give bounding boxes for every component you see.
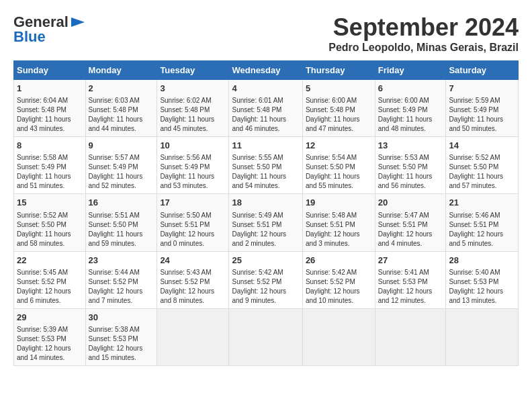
table-row: 21Sunrise: 5:46 AM Sunset: 5:51 PM Dayli…	[446, 194, 519, 251]
day-info: Sunrise: 6:00 AM Sunset: 5:49 PM Dayligh…	[378, 96, 443, 134]
day-info: Sunrise: 5:39 AM Sunset: 5:53 PM Dayligh…	[17, 325, 83, 363]
month-title: September 2024	[328, 13, 519, 42]
day-number: 25	[232, 255, 299, 267]
day-info: Sunrise: 5:47 AM Sunset: 5:51 PM Dayligh…	[378, 211, 443, 248]
calendar-header-row: Sunday Monday Tuesday Wednesday Thursday…	[14, 61, 519, 80]
day-info: Sunrise: 5:59 AM Sunset: 5:49 PM Dayligh…	[449, 96, 515, 134]
day-number: 15	[17, 197, 83, 209]
table-row: 1Sunrise: 6:04 AM Sunset: 5:48 PM Daylig…	[14, 80, 86, 137]
day-info: Sunrise: 5:42 AM Sunset: 5:52 PM Dayligh…	[306, 268, 372, 306]
table-row: 30Sunrise: 5:38 AM Sunset: 5:53 PM Dayli…	[85, 308, 157, 365]
day-info: Sunrise: 5:52 AM Sunset: 5:50 PM Dayligh…	[449, 153, 515, 191]
day-info: Sunrise: 5:48 AM Sunset: 5:51 PM Dayligh…	[306, 211, 372, 248]
table-row: 19Sunrise: 5:48 AM Sunset: 5:51 PM Dayli…	[302, 194, 375, 251]
day-number: 23	[89, 255, 154, 267]
day-number: 1	[17, 83, 83, 95]
header-monday: Monday	[85, 61, 157, 80]
day-info: Sunrise: 5:52 AM Sunset: 5:50 PM Dayligh…	[17, 211, 83, 248]
table-row	[446, 308, 519, 365]
table-row: 25Sunrise: 5:42 AM Sunset: 5:52 PM Dayli…	[229, 251, 302, 308]
day-info: Sunrise: 5:38 AM Sunset: 5:53 PM Dayligh…	[89, 325, 154, 363]
day-number: 2	[89, 83, 154, 95]
table-row: 13Sunrise: 5:53 AM Sunset: 5:50 PM Dayli…	[375, 137, 446, 194]
day-number: 18	[232, 197, 299, 209]
svg-marker-0	[71, 17, 85, 27]
day-number: 29	[17, 312, 83, 324]
title-area: September 2024 Pedro Leopoldo, Minas Ger…	[328, 13, 519, 54]
logo: General Blue	[13, 13, 87, 46]
table-row	[157, 308, 229, 365]
day-info: Sunrise: 5:49 AM Sunset: 5:51 PM Dayligh…	[232, 211, 299, 248]
day-info: Sunrise: 5:57 AM Sunset: 5:49 PM Dayligh…	[89, 153, 154, 191]
table-row: 20Sunrise: 5:47 AM Sunset: 5:51 PM Dayli…	[375, 194, 446, 251]
day-number: 12	[306, 140, 372, 152]
day-info: Sunrise: 5:43 AM Sunset: 5:52 PM Dayligh…	[160, 268, 226, 306]
table-row: 15Sunrise: 5:52 AM Sunset: 5:50 PM Dayli…	[14, 194, 86, 251]
day-info: Sunrise: 5:58 AM Sunset: 5:49 PM Dayligh…	[17, 153, 83, 191]
day-number: 27	[378, 255, 443, 267]
calendar-table: Sunday Monday Tuesday Wednesday Thursday…	[13, 60, 519, 366]
header-sunday: Sunday	[14, 61, 86, 80]
day-number: 21	[449, 197, 515, 209]
day-number: 30	[89, 312, 154, 324]
day-number: 19	[306, 197, 372, 209]
calendar-row: 1Sunrise: 6:04 AM Sunset: 5:48 PM Daylig…	[14, 80, 519, 137]
table-row	[302, 308, 375, 365]
table-row: 16Sunrise: 5:51 AM Sunset: 5:50 PM Dayli…	[85, 194, 157, 251]
day-number: 20	[378, 197, 443, 209]
table-row	[375, 308, 446, 365]
table-row: 10Sunrise: 5:56 AM Sunset: 5:49 PM Dayli…	[157, 137, 229, 194]
day-info: Sunrise: 5:41 AM Sunset: 5:53 PM Dayligh…	[378, 268, 443, 306]
table-row: 23Sunrise: 5:44 AM Sunset: 5:52 PM Dayli…	[85, 251, 157, 308]
day-number: 26	[306, 255, 372, 267]
day-info: Sunrise: 5:45 AM Sunset: 5:52 PM Dayligh…	[17, 268, 83, 306]
table-row: 6Sunrise: 6:00 AM Sunset: 5:49 PM Daylig…	[375, 80, 446, 137]
day-number: 7	[449, 83, 515, 95]
day-info: Sunrise: 5:44 AM Sunset: 5:52 PM Dayligh…	[89, 268, 154, 306]
day-info: Sunrise: 5:51 AM Sunset: 5:50 PM Dayligh…	[89, 211, 154, 248]
calendar-row: 29Sunrise: 5:39 AM Sunset: 5:53 PM Dayli…	[14, 308, 519, 365]
day-number: 10	[160, 140, 226, 152]
table-row: 14Sunrise: 5:52 AM Sunset: 5:50 PM Dayli…	[446, 137, 519, 194]
table-row: 27Sunrise: 5:41 AM Sunset: 5:53 PM Dayli…	[375, 251, 446, 308]
day-info: Sunrise: 5:40 AM Sunset: 5:53 PM Dayligh…	[449, 268, 515, 306]
header-friday: Friday	[375, 61, 446, 80]
day-number: 14	[449, 140, 515, 152]
table-row: 24Sunrise: 5:43 AM Sunset: 5:52 PM Dayli…	[157, 251, 229, 308]
table-row	[229, 308, 302, 365]
logo-arrow-icon	[69, 16, 87, 28]
day-number: 11	[232, 140, 299, 152]
day-info: Sunrise: 6:01 AM Sunset: 5:48 PM Dayligh…	[232, 96, 299, 134]
table-row: 11Sunrise: 5:55 AM Sunset: 5:50 PM Dayli…	[229, 137, 302, 194]
table-row: 8Sunrise: 5:58 AM Sunset: 5:49 PM Daylig…	[14, 137, 86, 194]
table-row: 26Sunrise: 5:42 AM Sunset: 5:52 PM Dayli…	[302, 251, 375, 308]
table-row: 17Sunrise: 5:50 AM Sunset: 5:51 PM Dayli…	[157, 194, 229, 251]
day-info: Sunrise: 5:46 AM Sunset: 5:51 PM Dayligh…	[449, 211, 515, 248]
day-number: 6	[378, 83, 443, 95]
day-number: 28	[449, 255, 515, 267]
day-info: Sunrise: 6:03 AM Sunset: 5:48 PM Dayligh…	[89, 96, 154, 134]
day-number: 16	[89, 197, 154, 209]
table-row: 18Sunrise: 5:49 AM Sunset: 5:51 PM Dayli…	[229, 194, 302, 251]
day-number: 9	[89, 140, 154, 152]
day-info: Sunrise: 5:50 AM Sunset: 5:51 PM Dayligh…	[160, 211, 226, 248]
location-title: Pedro Leopoldo, Minas Gerais, Brazil	[328, 42, 519, 54]
calendar-row: 22Sunrise: 5:45 AM Sunset: 5:52 PM Dayli…	[14, 251, 519, 308]
table-row: 29Sunrise: 5:39 AM Sunset: 5:53 PM Dayli…	[14, 308, 86, 365]
table-row: 4Sunrise: 6:01 AM Sunset: 5:48 PM Daylig…	[229, 80, 302, 137]
table-row: 7Sunrise: 5:59 AM Sunset: 5:49 PM Daylig…	[446, 80, 519, 137]
table-row: 5Sunrise: 6:00 AM Sunset: 5:48 PM Daylig…	[302, 80, 375, 137]
day-info: Sunrise: 5:42 AM Sunset: 5:52 PM Dayligh…	[232, 268, 299, 306]
table-row: 3Sunrise: 6:02 AM Sunset: 5:48 PM Daylig…	[157, 80, 229, 137]
calendar-row: 15Sunrise: 5:52 AM Sunset: 5:50 PM Dayli…	[14, 194, 519, 251]
header-tuesday: Tuesday	[157, 61, 229, 80]
header-wednesday: Wednesday	[229, 61, 302, 80]
table-row: 9Sunrise: 5:57 AM Sunset: 5:49 PM Daylig…	[85, 137, 157, 194]
day-info: Sunrise: 5:56 AM Sunset: 5:49 PM Dayligh…	[160, 153, 226, 191]
calendar-row: 8Sunrise: 5:58 AM Sunset: 5:49 PM Daylig…	[14, 137, 519, 194]
table-row: 28Sunrise: 5:40 AM Sunset: 5:53 PM Dayli…	[446, 251, 519, 308]
day-info: Sunrise: 5:53 AM Sunset: 5:50 PM Dayligh…	[378, 153, 443, 191]
day-number: 13	[378, 140, 443, 152]
day-info: Sunrise: 6:02 AM Sunset: 5:48 PM Dayligh…	[160, 96, 226, 134]
table-row: 22Sunrise: 5:45 AM Sunset: 5:52 PM Dayli…	[14, 251, 86, 308]
